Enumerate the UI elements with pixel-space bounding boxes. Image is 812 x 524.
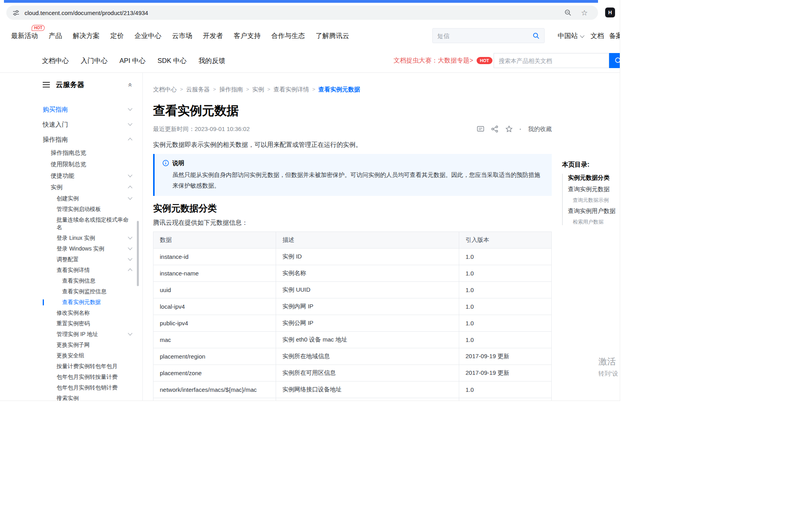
table-cell: placement/zone: [153, 365, 276, 382]
chevron-up-icon[interactable]: [129, 138, 132, 141]
address-bar[interactable]: ☆: [6, 6, 598, 20]
toc-item[interactable]: 查询实例元数据: [568, 185, 620, 193]
page-title: 查看实例元数据: [153, 103, 552, 119]
chevron-down-icon[interactable]: [129, 258, 132, 261]
doc-nav-item[interactable]: API 中心: [119, 56, 146, 65]
bookmark-star-icon[interactable]: ☆: [581, 9, 588, 17]
global-search[interactable]: [432, 28, 545, 43]
region-selector[interactable]: 中国站: [558, 23, 584, 49]
toc-item[interactable]: 实例元数据分类: [568, 174, 620, 182]
chevron-down-icon[interactable]: [129, 332, 132, 336]
sidebar-item[interactable]: 查看实例监控信息: [36, 286, 142, 297]
sidebar-item[interactable]: 创建实例: [36, 193, 142, 204]
table-cell: [459, 398, 552, 401]
sidebar-item[interactable]: 更换安全组: [36, 350, 142, 361]
chevron-down-icon[interactable]: [129, 236, 132, 240]
sidebar-item[interactable]: 管理实例 IP 地址: [36, 329, 142, 340]
chevron-down-icon[interactable]: [129, 108, 132, 111]
main-nav-item[interactable]: 定价: [110, 31, 124, 40]
table-cell: 2017-09-19 更新: [459, 348, 552, 365]
main-nav-item[interactable]: 云市场: [172, 31, 192, 40]
sidebar-item[interactable]: 查看实例信息: [36, 275, 142, 286]
sidebar-item[interactable]: 更换实例子网: [36, 340, 142, 350]
nav-doc-link[interactable]: 文档: [591, 23, 604, 49]
sidebar-item[interactable]: 包年包月实例转包销计费: [36, 382, 142, 393]
sidebar-item[interactable]: 操作指南: [36, 132, 142, 147]
doc-nav-item[interactable]: SDK 中心: [157, 56, 187, 65]
note-body: 虽然只能从实例自身内部访问实例元数据，但数据并未被加密保护。可访问实例的人员均可…: [163, 169, 544, 191]
breadcrumb-item[interactable]: 文档中心: [153, 85, 177, 93]
toc-item[interactable]: 检索用户数据: [568, 218, 620, 225]
breadcrumb-item[interactable]: 查看实例元数据: [318, 85, 360, 93]
chevron-up-icon[interactable]: [129, 268, 132, 272]
sidebar-item[interactable]: 查看实例元数据: [36, 297, 142, 308]
sidebar-item[interactable]: 包年包月实例转按量计费: [36, 372, 142, 382]
doc-nav-item[interactable]: 入门中心: [81, 56, 108, 65]
sidebar-item-label: 包年包月实例转包销计费: [57, 384, 117, 391]
sidebar-item[interactable]: 查看实例详情: [36, 265, 142, 275]
sidebar-item[interactable]: 使用限制总览: [36, 159, 142, 170]
menu-icon[interactable]: [43, 84, 50, 85]
site-settings-icon[interactable]: [13, 9, 19, 16]
extension-badge[interactable]: H: [605, 8, 615, 17]
collapse-sidebar-icon[interactable]: «: [126, 83, 134, 87]
feedback-icon[interactable]: [477, 126, 484, 133]
breadcrumb-item[interactable]: 云服务器: [186, 85, 210, 93]
promo-link[interactable]: 文档捉虫大赛：大数据专题> HOT: [394, 49, 492, 72]
main-nav-item[interactable]: 开发者: [203, 31, 223, 40]
sidebar-item[interactable]: 操作指南总览: [36, 147, 142, 159]
doc-search[interactable]: [494, 53, 609, 68]
main-nav-item[interactable]: 了解腾讯云: [316, 31, 349, 40]
chevron-down-icon[interactable]: [129, 247, 132, 251]
sidebar-item[interactable]: 修改实例名称: [36, 308, 142, 318]
main-nav-item[interactable]: 客户支持: [234, 31, 261, 40]
sidebar-item[interactable]: 调整配置: [36, 254, 142, 265]
doc-nav-item[interactable]: 文档中心: [42, 56, 69, 65]
url-input[interactable]: [25, 9, 564, 16]
table-cell: 实例公网 IP: [276, 315, 459, 332]
sidebar-item[interactable]: 批量连续命名或指定模式串命名: [36, 215, 142, 233]
global-search-input[interactable]: [437, 32, 533, 39]
table-row: public-ipv4实例公网 IP1.0: [153, 315, 552, 332]
sidebar-item[interactable]: 购买指南: [36, 102, 142, 117]
sidebar-item[interactable]: 重置实例密码: [36, 318, 142, 329]
chevron-down-icon[interactable]: [129, 197, 132, 200]
main-nav-item[interactable]: 合作与生态: [271, 31, 305, 40]
chevron-up-icon[interactable]: [129, 186, 132, 189]
zoom-icon[interactable]: [564, 9, 572, 16]
sidebar-header: 云服务器 «: [36, 73, 142, 90]
sidebar-item[interactable]: 搜索实例: [36, 393, 142, 401]
chevron-down-icon[interactable]: [129, 123, 132, 126]
toc-item[interactable]: 查询实例用户数据: [568, 207, 620, 215]
column-header: 引入版本: [459, 232, 552, 249]
doc-search-button[interactable]: [609, 53, 620, 68]
breadcrumb-item[interactable]: 查看实例详情: [273, 85, 309, 93]
sidebar-item[interactable]: 登录 Windows 实例: [36, 243, 142, 254]
search-icon[interactable]: [533, 32, 539, 39]
main-nav-item[interactable]: 最新活动: [11, 31, 38, 40]
toc-item[interactable]: 查询元数据示例: [568, 197, 620, 203]
sidebar-item[interactable]: 实例: [36, 182, 142, 193]
sidebar-item-label: 快速入门: [43, 121, 68, 129]
main-nav-item[interactable]: 产品: [49, 31, 62, 40]
share-icon[interactable]: [491, 125, 498, 133]
favorite-star-icon[interactable]: [505, 125, 513, 133]
breadcrumb-item[interactable]: 操作指南: [219, 85, 243, 93]
sidebar-item[interactable]: 快速入门: [36, 117, 142, 132]
doc-nav-item[interactable]: 我的反馈: [199, 56, 225, 65]
main-nav-item[interactable]: 解决方案: [73, 31, 100, 40]
my-favorites-link[interactable]: 我的收藏: [528, 125, 552, 133]
breadcrumb-item[interactable]: 实例: [252, 85, 264, 93]
nav-beian-link[interactable]: 备案: [609, 23, 620, 49]
sidebar-item[interactable]: 登录 Linux 实例: [36, 233, 142, 243]
table-cell: 1.0: [459, 382, 552, 398]
table-row: local-ipv4实例内网 IP1.0: [153, 298, 552, 315]
dot-separator: [520, 129, 521, 130]
sidebar-item[interactable]: 管理实例启动模板: [36, 204, 142, 215]
doc-search-input[interactable]: [499, 57, 604, 64]
sidebar-scrollbar[interactable]: [137, 221, 139, 286]
sidebar-item[interactable]: 按量计费实例转包年包月: [36, 361, 142, 372]
chevron-down-icon[interactable]: [129, 174, 132, 178]
sidebar-item[interactable]: 便捷功能: [36, 170, 142, 182]
main-nav-item[interactable]: 企业中心: [134, 31, 161, 40]
